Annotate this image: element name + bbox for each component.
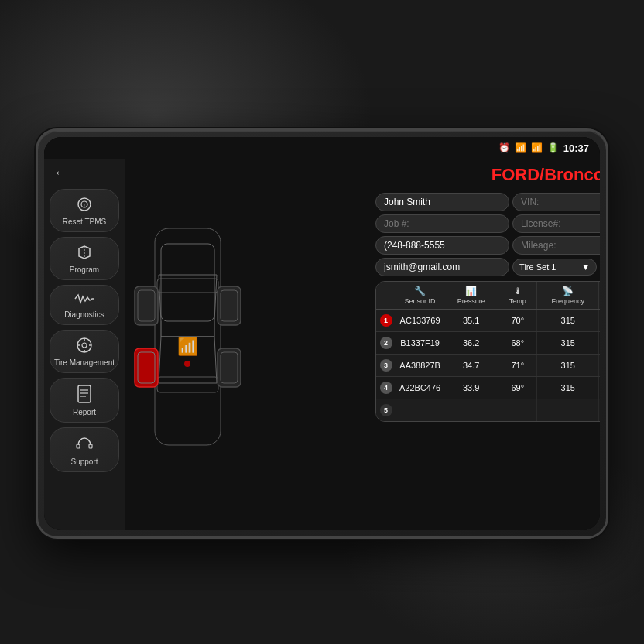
battery-3: OK: [599, 355, 600, 376]
signal-icon: 📶: [531, 142, 543, 153]
sensor-id-5: [396, 399, 444, 421]
svg-rect-10: [78, 385, 91, 402]
pressure-1: 35.1: [444, 310, 498, 331]
th-pressure-label: Pressure: [457, 297, 485, 305]
sidebar-item-tire-management[interactable]: Tire Management: [50, 330, 119, 373]
freq-2: 315: [537, 332, 599, 354]
th-num: [376, 282, 396, 309]
svg-text:!: !: [84, 203, 85, 208]
pressure-5: [444, 399, 498, 421]
customer-info-grid: John Smith VIN: Job #: License#: (248-88…: [375, 193, 600, 276]
sidebar-label-support: Support: [70, 457, 98, 467]
temp-header-icon: 🌡: [513, 286, 522, 296]
th-pressure: 📊 Pressure: [444, 282, 498, 309]
tire-set-select[interactable]: Tire Set 1 ▼: [512, 259, 597, 276]
temp-2: 68°: [498, 332, 537, 354]
content-right: FORD/Bronco/2022 John Smith VIN: Job #: …: [375, 165, 600, 524]
battery-4: OK: [599, 377, 600, 399]
pressure-4: 33.9: [444, 377, 498, 399]
freq-4: 315: [537, 377, 599, 399]
th-temp-label: Temp: [509, 297, 526, 305]
pressure-2: 36.2: [444, 332, 498, 354]
table-row: 1 AC133769 35.1 70° 315 OK: [376, 310, 600, 332]
support-icon: [75, 434, 94, 455]
tire-set-label: Tire Set 1: [519, 262, 556, 272]
sensor-id-2: B1337F19: [396, 332, 444, 354]
row-badge-1: 1: [380, 314, 392, 327]
row-badge-3: 3: [380, 359, 392, 372]
table-body: 1 AC133769 35.1 70° 315 OK 2 B1337F19: [376, 310, 600, 421]
sidebar-item-report[interactable]: Report: [50, 378, 119, 423]
wifi-icon: 📶: [515, 142, 526, 153]
tire-management-icon: [76, 337, 93, 356]
freq-1: 315: [537, 310, 599, 331]
svg-rect-18: [157, 377, 218, 392]
th-freq-label: Frequency: [551, 297, 584, 305]
table-row: 5: [376, 399, 600, 421]
freq-5: [537, 399, 599, 421]
row-badge-2: 2: [380, 337, 392, 349]
alarm-icon: ⏰: [498, 142, 510, 153]
customer-name-field[interactable]: John Smith: [375, 193, 509, 211]
car-diagram: 📶: [132, 165, 244, 524]
svg-point-5: [82, 343, 87, 348]
status-time: 10:37: [564, 142, 589, 154]
sidebar-item-reset-tpms[interactable]: ! Reset TPMS: [50, 189, 119, 232]
table-row: 2 B1337F19 36.2 68° 315 OK: [376, 332, 600, 355]
pressure-header-icon: 📊: [465, 286, 477, 296]
svg-text:📶: 📶: [177, 336, 199, 357]
vin-field[interactable]: VIN:: [512, 193, 600, 211]
battery-5: [599, 399, 600, 421]
sidebar: ← ! Reset TPMS: [44, 159, 125, 530]
email-field[interactable]: jsmith@gmail.com: [375, 258, 509, 276]
table-row: 3 AA38827B 34.7 71° 315 OK: [376, 355, 600, 377]
mileage-field[interactable]: Mileage:: [512, 236, 600, 255]
tire-set-dropdown-icon: ▼: [581, 262, 590, 272]
battery-status-icon: 🔋: [547, 142, 559, 153]
temp-5: [498, 399, 537, 421]
row-num-4: 4: [376, 377, 396, 399]
svg-point-29: [184, 361, 190, 367]
sidebar-label-reset-tpms: Reset TPMS: [63, 218, 107, 227]
report-icon: [77, 385, 92, 406]
sidebar-label-tire-management: Tire Management: [54, 358, 115, 368]
battery-2: OK: [599, 332, 600, 354]
row-badge-5: 5: [380, 404, 392, 416]
th-frequency: 📡 Frequency: [537, 282, 599, 309]
pressure-3: 34.7: [444, 355, 498, 376]
row-num-1: 1: [376, 310, 396, 331]
job-field[interactable]: Job #:: [375, 214, 509, 233]
row-badge-4: 4: [380, 382, 392, 394]
svg-rect-19: [157, 279, 218, 293]
sidebar-item-support[interactable]: Support: [50, 427, 119, 472]
freq-header-icon: 📡: [562, 286, 574, 296]
tablet-device: ⏰ 📶 📶 🔋 10:37 ← !: [36, 128, 608, 539]
back-button[interactable]: ←: [53, 165, 67, 181]
th-temp: 🌡 Temp: [498, 282, 537, 309]
sidebar-item-program[interactable]: Program: [50, 237, 119, 280]
th-battery: 🔋 Battery: [599, 282, 600, 309]
phone-field[interactable]: (248-888-5555: [375, 236, 509, 255]
table-row: 4 A22BC476 33.9 69° 315 OK: [376, 377, 600, 399]
sensor-id-header-icon: 🔧: [414, 286, 426, 296]
sidebar-label-report: Report: [73, 408, 96, 417]
diagnostics-icon: [74, 292, 95, 308]
row-num-2: 2: [376, 332, 396, 354]
main-content: 📶 FORD/Bronco/2022 John Smith VIN: Job #…: [125, 159, 600, 530]
sidebar-label-program: Program: [70, 265, 99, 275]
sensor-id-3: AA38827B: [396, 355, 444, 376]
sidebar-label-diagnostics: Diagnostics: [64, 310, 104, 320]
row-num-3: 3: [376, 355, 396, 376]
temp-1: 70°: [498, 310, 537, 331]
th-sensor-id-label: Sensor ID: [405, 297, 436, 305]
sensor-id-1: AC133769: [396, 310, 444, 331]
license-field[interactable]: License#:: [512, 214, 600, 233]
sidebar-item-diagnostics[interactable]: Diagnostics: [50, 285, 119, 325]
svg-rect-17: [161, 244, 214, 321]
program-icon: [76, 244, 93, 263]
reset-tpms-icon: !: [74, 196, 95, 215]
battery-1: OK: [599, 310, 600, 331]
freq-3: 315: [537, 355, 599, 376]
status-bar: ⏰ 📶 📶 🔋 10:37: [44, 137, 600, 159]
vehicle-title: FORD/Bronco/2022: [375, 165, 600, 185]
